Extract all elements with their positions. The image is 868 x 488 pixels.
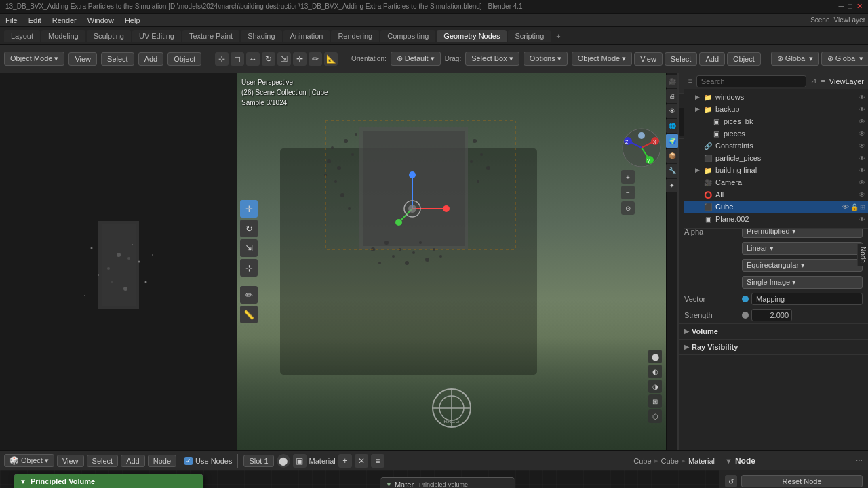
- ne-view-btn[interactable]: View: [57, 455, 84, 467]
- menu-help[interactable]: Help: [122, 16, 143, 24]
- view-btn-2[interactable]: View: [634, 52, 663, 66]
- use-nodes-checkbox[interactable]: ✓: [184, 457, 193, 465]
- viewport-overlay-btn[interactable]: ⊞: [648, 394, 662, 408]
- reset-node-btn[interactable]: Reset Node: [741, 475, 863, 487]
- outliner-item-sun[interactable]: ☀ Sun 👁: [684, 225, 868, 229]
- tab-layout[interactable]: Layout: [4, 30, 40, 42]
- ne-sphere-icon[interactable]: ⬤: [277, 454, 290, 468]
- orientation-dropdown-2[interactable]: ⊛ Global ▾: [771, 52, 819, 66]
- breadcrumb-cube2[interactable]: Cube: [661, 457, 679, 465]
- transform-tool[interactable]: ⊹: [240, 259, 258, 277]
- outliner-search[interactable]: [696, 75, 807, 87]
- outliner-filter-btn[interactable]: ⊿: [810, 77, 816, 85]
- ne-material-icon[interactable]: ▣: [293, 454, 307, 468]
- principled-volume-node[interactable]: ▼ Principled Volume Volume Color Co: [14, 474, 203, 488]
- pv-collapse-btn[interactable]: ▼: [20, 478, 26, 485]
- tab-texture-paint[interactable]: Texture Paint: [182, 30, 239, 42]
- select-btn[interactable]: Select: [101, 52, 134, 66]
- menu-file[interactable]: File: [3, 16, 20, 24]
- menu-render[interactable]: Render: [50, 16, 79, 24]
- mapping3-dropdown[interactable]: Single Image ▾: [742, 276, 863, 289]
- mapping2-dropdown[interactable]: Equirectangular ▾: [742, 259, 863, 272]
- node-panel-tab[interactable]: Node: [857, 244, 868, 266]
- viewport-gizmo[interactable]: X Y Z: [621, 127, 662, 168]
- outliner-item-windows1[interactable]: ▶ 📁 windows 👁: [684, 91, 868, 103]
- tab-uv-editing[interactable]: UV Editing: [132, 30, 181, 42]
- object-props-icon[interactable]: 📦: [665, 149, 679, 163]
- view-btn[interactable]: View: [68, 52, 97, 66]
- mapping1-dropdown[interactable]: Linear ▾: [742, 242, 863, 255]
- measure-tool[interactable]: 📏: [240, 306, 258, 323]
- object-btn[interactable]: Object: [167, 52, 201, 66]
- tab-modeling[interactable]: Modeling: [41, 30, 85, 42]
- outliner-item-plane[interactable]: ▣ Plane.002 👁: [684, 213, 868, 225]
- output-props-icon[interactable]: 🖨: [665, 89, 679, 103]
- scale-tool[interactable]: ⇲: [240, 239, 258, 257]
- render-props-icon[interactable]: 🎥: [665, 75, 679, 88]
- breadcrumb-cube1[interactable]: Cube: [633, 457, 651, 465]
- select-btn-2[interactable]: Select: [665, 52, 698, 66]
- outliner-item-pieces[interactable]: ▣ pieces 👁: [684, 127, 868, 140]
- rotate-tool[interactable]: ↻: [262, 52, 275, 66]
- outliner-item-pices-bk[interactable]: ▣ pices_bk 👁: [684, 115, 868, 127]
- select-tool[interactable]: ◻: [231, 52, 244, 66]
- transform-tool[interactable]: ↔: [246, 52, 260, 66]
- orientation-dropdown-3[interactable]: ⊛ Global ▾: [821, 52, 868, 66]
- slot-dropdown[interactable]: Slot 1: [243, 455, 273, 467]
- material-output-node[interactable]: ▼ Mater Principled Volume All Surface Vo…: [380, 477, 515, 488]
- ne-add-btn[interactable]: Add: [121, 455, 145, 467]
- tab-sculpting[interactable]: Sculpting: [87, 30, 131, 42]
- outliner-item-particle-pices[interactable]: ⬛ particle_pices 👁: [684, 152, 868, 164]
- measure-tool[interactable]: 📐: [324, 52, 338, 66]
- node-canvas[interactable]: ▼ Principled Volume Volume Color Co: [0, 470, 719, 488]
- zoom-in-btn[interactable]: +: [621, 170, 635, 184]
- maximize-button[interactable]: □: [848, 2, 852, 11]
- node-panel-more[interactable]: ⋯: [856, 457, 863, 464]
- strength-number[interactable]: 2.000: [751, 309, 792, 321]
- object-mode-dropdown-2[interactable]: Object Mode ▾: [572, 52, 632, 66]
- zoom-fit-btn[interactable]: ⊙: [621, 201, 635, 215]
- minimize-button[interactable]: ─: [839, 2, 844, 11]
- outliner-item-backup[interactable]: ▶ 📁 backup 👁: [684, 103, 868, 115]
- object-btn-2[interactable]: Object: [727, 52, 761, 66]
- particles-props-icon[interactable]: ✦: [665, 179, 679, 192]
- ne-nodes-icon[interactable]: ≡: [371, 454, 384, 468]
- viewport-shading-solid[interactable]: ⬤: [648, 350, 662, 363]
- add-btn-2[interactable]: Add: [699, 52, 725, 66]
- object-mode-dropdown[interactable]: Object Mode ▾: [4, 52, 64, 66]
- rotate-tool[interactable]: ↻: [240, 220, 258, 237]
- move-tool[interactable]: ✛: [240, 200, 258, 218]
- mater-expand-icon[interactable]: ▼: [386, 481, 392, 488]
- tab-scripting[interactable]: Scripting: [508, 30, 551, 42]
- drag-dropdown[interactable]: Select Box ▾: [465, 52, 519, 66]
- options-btn[interactable]: Options ▾: [524, 52, 568, 66]
- add-btn[interactable]: Add: [138, 52, 164, 66]
- world-props-icon[interactable]: 🌍: [665, 134, 679, 148]
- tab-shading[interactable]: Shading: [241, 30, 281, 42]
- tab-geometry-nodes[interactable]: Geometry Nodes: [437, 30, 507, 42]
- outliner-item-camera[interactable]: 🎥 Camera 👁: [684, 176, 868, 188]
- breadcrumb-material[interactable]: Material: [688, 457, 715, 465]
- cursor-tool[interactable]: ⊹: [215, 52, 229, 66]
- orientation-dropdown[interactable]: ⊛ Default ▾: [391, 52, 441, 66]
- node-editor[interactable]: 🎲 Object ▾ View Select Add Node ✓ Use No…: [0, 451, 719, 488]
- tab-compositing[interactable]: Compositing: [380, 30, 435, 42]
- reset-node-icon[interactable]: ↺: [725, 475, 737, 487]
- outliner-item-constraints[interactable]: 🔗 Constraints 👁: [684, 140, 868, 152]
- outliner-item-cube[interactable]: ⬛ Cube 👁🔒⊞: [684, 201, 868, 213]
- modifier-props-icon[interactable]: 🔧: [665, 164, 679, 178]
- ne-node-btn[interactable]: Node: [148, 455, 176, 467]
- ne-new-material[interactable]: +: [338, 454, 352, 468]
- viewport-xray-btn[interactable]: ⬡: [648, 409, 662, 423]
- outliner-settings-btn[interactable]: ≡: [821, 77, 825, 85]
- ray-visibility-section-header[interactable]: ▶ Ray Visibility: [679, 340, 868, 354]
- menu-edit[interactable]: Edit: [26, 16, 44, 24]
- transform2-tool[interactable]: ✛: [293, 52, 307, 66]
- main-viewport[interactable]: User Perspective (26) Scene Collection |…: [237, 73, 666, 450]
- window-controls[interactable]: ─ □ ✕: [839, 2, 863, 11]
- outliner-item-building-final[interactable]: ▶ 📁 building final 👁: [684, 164, 868, 176]
- scene-props-icon[interactable]: 🌐: [665, 119, 679, 133]
- ne-select-btn[interactable]: Select: [87, 455, 119, 467]
- outliner-item-circle[interactable]: ⭕ All 👁: [684, 188, 868, 201]
- tab-rendering[interactable]: Rendering: [331, 30, 379, 42]
